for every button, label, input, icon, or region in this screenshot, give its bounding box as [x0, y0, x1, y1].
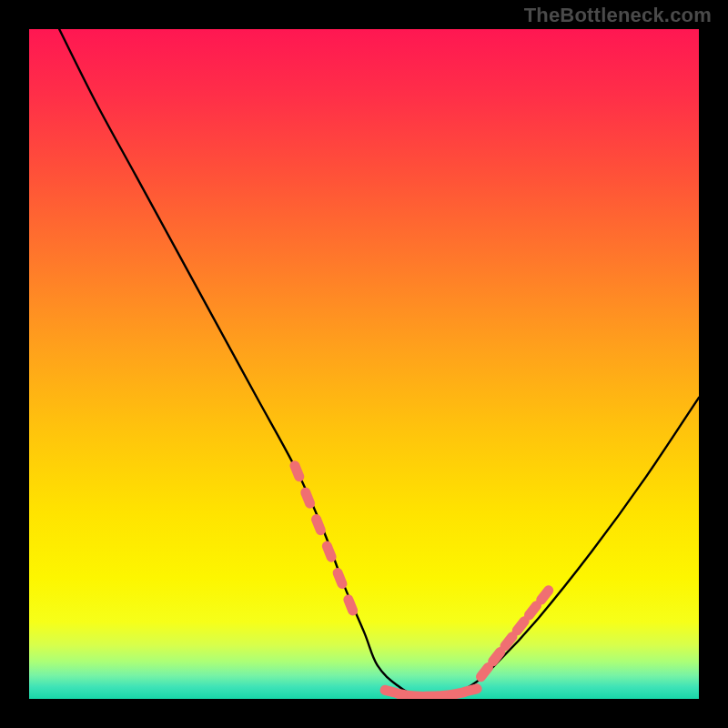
bottleneck-chart	[0, 0, 728, 728]
gradient-background	[29, 29, 699, 699]
chart-frame: TheBottleneck.com	[0, 0, 728, 728]
